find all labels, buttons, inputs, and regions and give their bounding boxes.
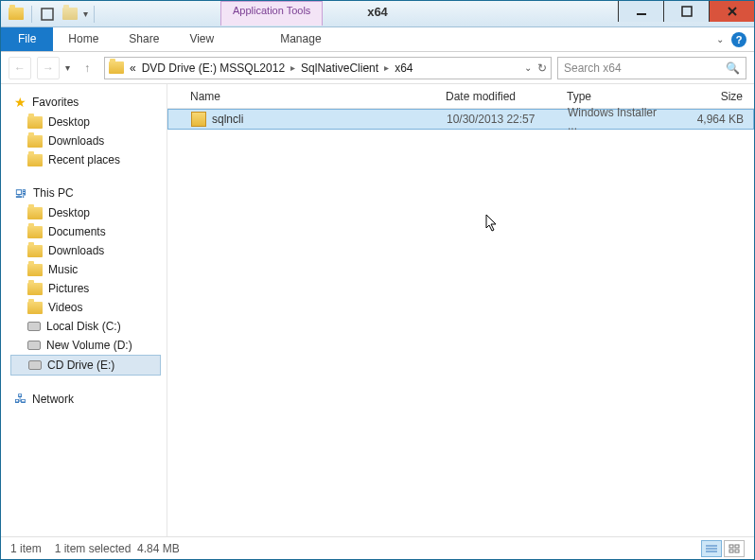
- nav-new-volume-d[interactable]: New Volume (D:): [10, 336, 167, 355]
- file-type: Windows Installer ...: [560, 106, 674, 132]
- address-dropdown-icon[interactable]: ⌄: [524, 62, 532, 73]
- details-view-button[interactable]: [701, 540, 722, 557]
- status-bar: 1 item 1 item selected 4.84 MB: [1, 536, 754, 559]
- label: Desktop: [48, 115, 90, 129]
- label: New Volume (D:): [46, 339, 132, 352]
- ribbon: File Home Share View Manage ⌄ ?: [1, 27, 754, 52]
- label: This PC: [33, 186, 74, 200]
- folder-icon: [27, 264, 43, 276]
- pc-icon: 🖳: [14, 185, 27, 201]
- tab-view[interactable]: View: [174, 27, 229, 51]
- nav-local-disk-c[interactable]: Local Disk (C:): [10, 317, 167, 336]
- svg-rect-10: [729, 550, 733, 552]
- svg-rect-11: [735, 550, 739, 552]
- nav-documents[interactable]: Documents: [10, 222, 167, 241]
- quick-access-toolbar: ▾: [1, 5, 97, 24]
- label: Videos: [48, 301, 82, 314]
- svg-rect-0: [42, 9, 53, 20]
- file-tab[interactable]: File: [1, 27, 53, 51]
- svg-rect-8: [729, 545, 733, 548]
- folder-icon: [27, 302, 43, 314]
- minimize-button[interactable]: [618, 1, 663, 22]
- msi-icon: [191, 112, 206, 127]
- history-dropdown-icon[interactable]: ▾: [65, 62, 70, 73]
- svg-rect-9: [735, 545, 739, 548]
- breadcrumb-item[interactable]: SqlNativeClient: [301, 61, 378, 75]
- folder-icon: [27, 154, 43, 166]
- search-placeholder: Search x64: [564, 61, 622, 75]
- file-name: sqlncli: [212, 113, 243, 126]
- label: Downloads: [48, 134, 104, 148]
- file-row[interactable]: sqlncli 10/30/2013 22:57 Windows Install…: [167, 109, 754, 130]
- search-box[interactable]: Search x64 🔍: [557, 57, 746, 79]
- nav-cd-drive-e[interactable]: CD Drive (E:): [10, 355, 161, 376]
- properties-icon[interactable]: [38, 5, 57, 24]
- back-button[interactable]: ←: [9, 57, 31, 79]
- nav-downloads-pc[interactable]: Downloads: [10, 241, 167, 260]
- column-type[interactable]: Type: [559, 90, 673, 103]
- favorites-header[interactable]: ★Favorites: [10, 92, 167, 113]
- nav-music[interactable]: Music: [10, 260, 167, 279]
- ribbon-collapse-icon[interactable]: ⌄: [716, 34, 724, 44]
- status-count: 1 item: [10, 542, 42, 555]
- drive-icon: [109, 61, 124, 74]
- maximize-button[interactable]: [663, 1, 709, 22]
- refresh-icon[interactable]: ↻: [537, 61, 547, 75]
- navigation-pane: ★Favorites Desktop Downloads Recent plac…: [1, 84, 167, 536]
- body: ★Favorites Desktop Downloads Recent plac…: [1, 84, 754, 536]
- nav-pictures[interactable]: Pictures: [10, 279, 167, 298]
- status-selected: 1 item selected: [55, 542, 132, 555]
- tab-home[interactable]: Home: [53, 27, 114, 51]
- folder-icon: [27, 245, 43, 257]
- label: Desktop: [48, 206, 90, 219]
- file-list: Name Date modified Type Size sqlncli 10/…: [167, 84, 754, 536]
- column-name[interactable]: Name: [183, 90, 438, 103]
- tab-share[interactable]: Share: [114, 27, 174, 51]
- search-icon: 🔍: [726, 61, 740, 75]
- column-date[interactable]: Date modified: [438, 90, 559, 103]
- nav-desktop-pc[interactable]: Desktop: [10, 203, 167, 222]
- explorer-window: ▾ Application Tools x64 File Home Share …: [0, 0, 755, 560]
- separator: [31, 6, 32, 23]
- thumbnails-view-button[interactable]: [724, 540, 745, 557]
- chevron-right-icon[interactable]: ▸: [290, 62, 295, 73]
- address-bar[interactable]: « DVD Drive (E:) MSSQL2012 ▸ SqlNativeCl…: [104, 57, 552, 79]
- nav-recent[interactable]: Recent places: [10, 150, 167, 169]
- chevron-right-icon[interactable]: ▸: [384, 62, 389, 73]
- folder-icon: [27, 207, 43, 219]
- label: Recent places: [48, 153, 120, 166]
- network-header[interactable]: 🖧Network: [10, 389, 167, 409]
- qat-dropdown-icon[interactable]: ▾: [83, 9, 88, 19]
- folder-icon: [27, 116, 43, 129]
- network-icon: 🖧: [14, 392, 26, 406]
- file-size: 4,964 KB: [674, 113, 751, 126]
- forward-button[interactable]: →: [37, 57, 60, 79]
- column-size[interactable]: Size: [673, 90, 750, 103]
- breadcrumb-item[interactable]: x64: [395, 61, 413, 75]
- nav-downloads[interactable]: Downloads: [10, 131, 167, 150]
- breadcrumb-item[interactable]: DVD Drive (E:) MSSQL2012: [142, 61, 285, 75]
- tab-manage[interactable]: Manage: [265, 27, 336, 51]
- folder-icon: [27, 135, 43, 148]
- label: Pictures: [48, 282, 89, 295]
- separator: [94, 6, 95, 23]
- file-date: 10/30/2013 22:57: [439, 113, 560, 126]
- new-folder-icon[interactable]: [61, 5, 79, 24]
- this-pc-header[interactable]: 🖳This PC: [10, 183, 167, 203]
- window-controls: [618, 1, 754, 22]
- contextual-tab-label: Application Tools: [220, 1, 323, 26]
- close-button[interactable]: [709, 1, 754, 22]
- breadcrumb-prefix: «: [130, 61, 136, 75]
- disk-icon: [28, 360, 42, 370]
- label: Local Disk (C:): [46, 320, 121, 333]
- titlebar: ▾ Application Tools x64: [1, 1, 754, 27]
- folder-icon: [7, 5, 26, 24]
- folder-icon: [27, 283, 43, 295]
- up-button[interactable]: ↑: [76, 57, 98, 79]
- star-icon: ★: [14, 95, 26, 110]
- help-icon[interactable]: ?: [731, 32, 746, 47]
- nav-desktop[interactable]: Desktop: [10, 113, 167, 131]
- nav-videos[interactable]: Videos: [10, 298, 167, 317]
- label: Downloads: [48, 244, 104, 257]
- label: Favorites: [32, 96, 79, 109]
